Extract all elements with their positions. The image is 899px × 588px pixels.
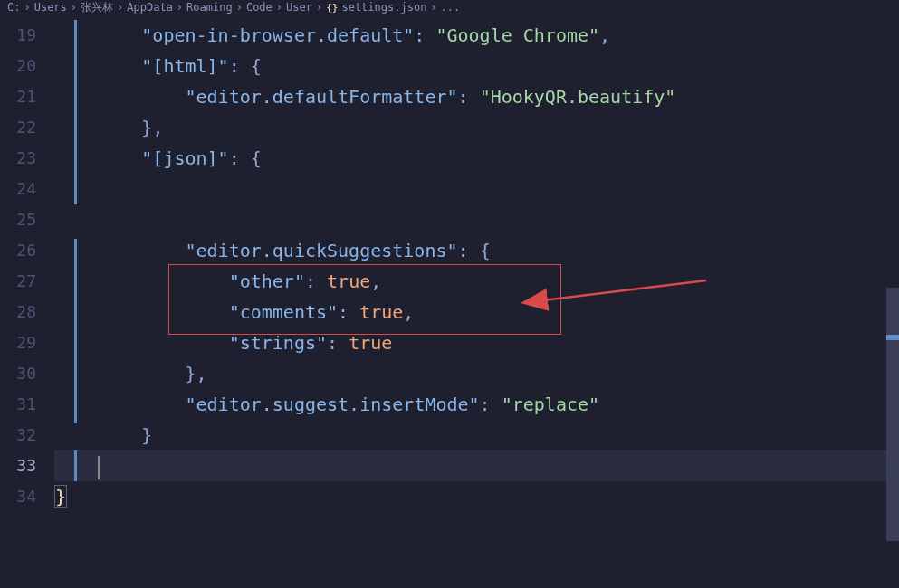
json-bool: true [349, 332, 392, 354]
breadcrumb-item[interactable]: settings.json [341, 1, 426, 14]
chevron-right-icon: › [316, 1, 322, 14]
json-key: "strings" [229, 332, 327, 354]
breadcrumb-item[interactable]: ... [441, 1, 461, 14]
code-line[interactable]: "comments": true, [54, 297, 899, 327]
json-bool: true [359, 301, 403, 323]
colon: : [414, 24, 425, 46]
colon: : [327, 332, 338, 354]
code-line[interactable]: } [54, 481, 899, 512]
json-key: "other" [229, 270, 305, 292]
colon: : [229, 147, 240, 169]
line-number: 30 [0, 358, 36, 389]
brace-close: } [141, 117, 152, 138]
line-number: 19 [0, 20, 36, 51]
json-key: "comments" [229, 301, 338, 323]
line-number-gutter: 19 20 21 22 23 24 25 26 27 28 29 30 31 3… [0, 16, 54, 588]
brace-close: } [141, 424, 152, 446]
line-number: 29 [0, 327, 36, 358]
json-string: "HookyQR.beautify" [480, 86, 676, 108]
comma: , [403, 301, 414, 323]
line-number: 31 [0, 389, 36, 420]
chevron-right-icon: › [24, 1, 30, 14]
breadcrumb-item[interactable]: C: [7, 1, 20, 14]
code-line[interactable]: } [54, 420, 899, 450]
comma: , [152, 117, 163, 138]
comma: , [196, 363, 207, 384]
line-number-active: 33 [0, 450, 36, 481]
breadcrumb-item[interactable]: Users [34, 1, 67, 14]
brace-open: { [480, 240, 491, 261]
code-line[interactable] [54, 174, 899, 204]
modified-indicator [74, 20, 77, 204]
colon: : [480, 394, 491, 415]
json-key: "[json]" [141, 147, 228, 169]
brace-close: } [186, 363, 196, 384]
breadcrumb[interactable]: C: › Users › 张兴林 › AppData › Roaming › C… [0, 0, 899, 16]
code-line[interactable]: "editor.quickSuggestions": { [54, 235, 899, 266]
modified-indicator [74, 450, 77, 481]
breadcrumb-item[interactable]: 张兴林 [81, 0, 113, 15]
chevron-right-icon: › [117, 1, 123, 14]
chevron-right-icon: › [430, 1, 436, 14]
colon: : [305, 270, 316, 292]
code-line[interactable]: }, [54, 358, 899, 389]
code-line[interactable]: "editor.suggest.insertMode": "replace" [54, 389, 899, 420]
json-bool: true [327, 270, 370, 292]
json-key: "editor.defaultFormatter" [186, 86, 458, 108]
code-line[interactable]: "[html]": { [54, 51, 899, 81]
json-key: "open-in-browser.default" [141, 24, 414, 46]
code-line[interactable]: "editor.defaultFormatter": "HookyQR.beau… [54, 81, 899, 112]
json-key: "editor.quickSuggestions" [186, 240, 458, 261]
comma: , [599, 24, 610, 46]
json-file-icon: {} [326, 2, 338, 14]
brace-open: { [251, 55, 262, 77]
chevron-right-icon: › [71, 1, 77, 14]
code-content[interactable]: "open-in-browser.default": "Google Chrom… [54, 16, 899, 588]
line-number: 32 [0, 420, 36, 450]
code-line[interactable]: "open-in-browser.default": "Google Chrom… [54, 20, 899, 51]
line-number: 25 [0, 204, 36, 235]
breadcrumb-item[interactable]: Roaming [186, 1, 233, 14]
chevron-right-icon: › [276, 1, 282, 14]
breadcrumb-item[interactable]: User [286, 1, 312, 14]
json-key: "editor.suggest.insertMode" [186, 394, 480, 415]
colon: : [229, 55, 240, 77]
code-line-active[interactable] [54, 450, 899, 481]
breadcrumb-item[interactable]: Code [246, 1, 273, 14]
text-cursor [98, 456, 100, 479]
line-number: 24 [0, 174, 36, 204]
chevron-right-icon: › [177, 1, 183, 14]
breadcrumb-item[interactable]: AppData [127, 1, 173, 14]
code-line[interactable]: }, [54, 112, 899, 143]
json-string: "Google Chrome" [435, 24, 599, 46]
line-number: 34 [0, 481, 36, 512]
code-line[interactable]: "strings": true [54, 327, 899, 358]
modified-indicator [74, 239, 77, 423]
code-line[interactable] [54, 204, 899, 235]
code-line[interactable]: "[json]": { [54, 143, 899, 174]
colon: : [458, 86, 469, 108]
line-number: 21 [0, 81, 36, 112]
line-number: 28 [0, 297, 36, 327]
line-number: 27 [0, 266, 36, 297]
line-number: 26 [0, 235, 36, 266]
brace-close-matched: } [54, 485, 67, 508]
chevron-right-icon: › [236, 1, 243, 14]
json-key: "[html]" [141, 55, 228, 77]
json-string: "replace" [502, 394, 599, 415]
line-number: 20 [0, 51, 36, 81]
colon: : [338, 301, 349, 323]
code-line[interactable]: "other": true, [54, 266, 899, 297]
comma: , [370, 270, 381, 292]
code-editor[interactable]: 19 20 21 22 23 24 25 26 27 28 29 30 31 3… [0, 16, 899, 588]
line-number: 22 [0, 112, 36, 143]
brace-open: { [251, 147, 262, 169]
line-number: 23 [0, 143, 36, 174]
colon: : [458, 240, 469, 261]
